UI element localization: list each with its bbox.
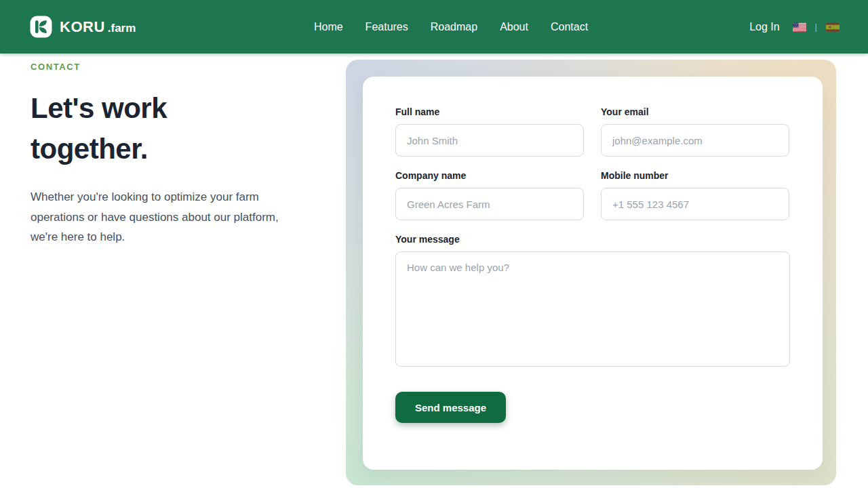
nav-link-about[interactable]: About	[500, 21, 528, 33]
brand[interactable]: KORU .farm	[30, 16, 136, 38]
mobile-label: Mobile number	[601, 170, 789, 181]
nav-link-features[interactable]: Features	[366, 21, 408, 33]
nav-right-group: Log In |	[749, 21, 840, 33]
brand-suffix: .farm	[108, 22, 136, 35]
contact-form-card: Full name Your email Company name Mobile…	[363, 77, 823, 470]
hero-text-block: CONTACT Let's work together. Whether you…	[31, 62, 315, 247]
nav-link-contact[interactable]: Contact	[551, 21, 588, 33]
company-input[interactable]	[395, 188, 584, 220]
contact-section: CONTACT Let's work together. Whether you…	[0, 54, 868, 488]
field-mobile: Mobile number	[601, 170, 789, 220]
brand-name: KORU	[60, 18, 105, 36]
form-field-grid: Full name Your email Company name Mobile…	[395, 106, 790, 220]
top-navbar: KORU .farm Home Features Roadmap About C…	[0, 0, 868, 54]
field-company: Company name	[395, 170, 584, 220]
send-message-button[interactable]: Send message	[395, 392, 506, 423]
flag-divider: |	[815, 22, 817, 32]
message-label: Your message	[395, 234, 790, 245]
gradient-panel: Full name Your email Company name Mobile…	[346, 60, 836, 485]
main-nav: Home Features Roadmap About Contact	[314, 0, 588, 54]
full-name-input[interactable]	[395, 124, 584, 157]
login-link[interactable]: Log In	[749, 21, 779, 33]
email-label: Your email	[601, 106, 789, 117]
mobile-input[interactable]	[601, 188, 789, 220]
nav-link-roadmap[interactable]: Roadmap	[431, 21, 477, 33]
nav-link-home[interactable]: Home	[314, 21, 343, 33]
field-email: Your email	[601, 106, 789, 157]
spain-flag-icon[interactable]	[826, 22, 840, 32]
field-full-name: Full name	[395, 106, 584, 157]
us-flag-icon[interactable]	[793, 22, 806, 32]
koru-leaf-logo-icon	[30, 16, 52, 38]
brand-text: KORU .farm	[60, 18, 136, 36]
full-name-label: Full name	[395, 106, 584, 117]
page-description: Whether you're looking to optimize your …	[31, 187, 305, 247]
company-label: Company name	[395, 170, 584, 181]
email-input[interactable]	[601, 124, 789, 157]
page-title: Let's work together.	[31, 88, 234, 169]
field-message: Your message	[395, 234, 790, 369]
section-eyebrow: CONTACT	[31, 62, 315, 72]
message-textarea[interactable]	[395, 251, 790, 367]
